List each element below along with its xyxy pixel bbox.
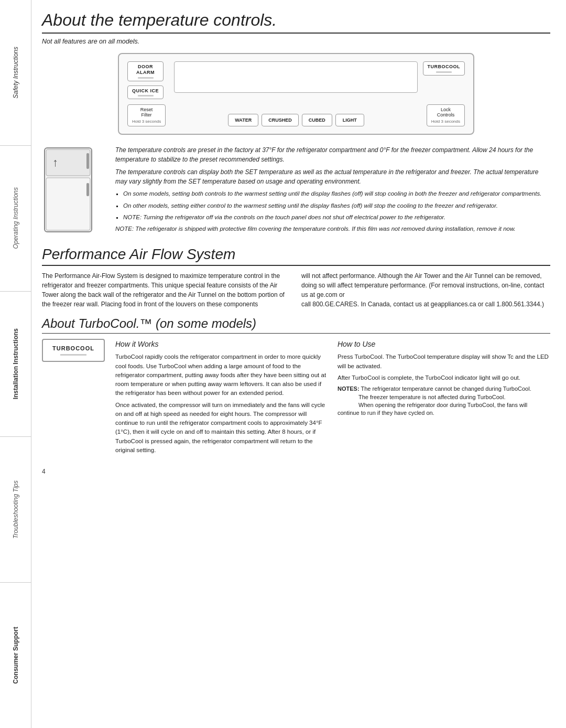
how-to-use-para2: After TurboCool is complete, the TurboCo… — [338, 373, 550, 382]
sidebar-label-troubleshooting: Troubleshooting Tips — [12, 480, 19, 539]
reset-filter-label: ResetFilter — [132, 107, 161, 117]
fridge-svg: ↑ — [42, 145, 100, 234]
control-panel-diagram: DoorAlarm Quick Ice TurboCool — [42, 53, 550, 135]
sidebar-item-consumer[interactable]: Consumer Support — [0, 583, 31, 728]
how-to-use-col: How to Use Press TurboCool. The TurboCoo… — [338, 339, 550, 457]
turbocool-indicator — [436, 71, 452, 73]
main-content: About the temperature controls. Not all … — [31, 0, 566, 728]
lock-controls-btn[interactable]: LockControls Hold 3 seconds — [427, 104, 465, 126]
body-section: ↑ The temperature controls are preset in… — [42, 145, 550, 237]
temp-text-content: The temperature controls are preset in t… — [115, 145, 550, 237]
sidebar-label-installation: Installation Instructions — [12, 328, 19, 399]
fridge-image-wrap: ↑ — [42, 145, 105, 237]
how-it-works-para2: Once activated, the compressor will turn… — [115, 401, 328, 455]
lock-controls-label: LockControls — [431, 107, 460, 117]
how-to-use-para1: Press TurboCool. The TurboCool temperatu… — [338, 352, 550, 371]
sidebar-label-operating: Operating Instructions — [12, 187, 19, 249]
turbocool-box: TurboCool — [42, 339, 105, 362]
svg-rect-4 — [86, 183, 89, 196]
panel-left-col: DoorAlarm Quick Ice — [127, 61, 164, 99]
control-panel: DoorAlarm Quick Ice TurboCool — [118, 53, 474, 135]
sidebar-item-troubleshooting[interactable]: Troubleshooting Tips — [0, 437, 31, 583]
performance-col2: will not affect performance. Although th… — [301, 271, 550, 309]
turbocool-right: How it Works TurboCool rapidly cools the… — [115, 339, 550, 457]
turbocool-box-indicator — [60, 354, 86, 356]
turbocool-top-btn[interactable]: TurboCool — [423, 61, 465, 76]
page-subtitle: Not all features are on all models. — [42, 38, 550, 45]
panel-display-area — [174, 61, 417, 93]
reset-filter-btn[interactable]: ResetFilter Hold 3 seconds — [127, 104, 166, 126]
door-alarm-btn[interactable]: DoorAlarm — [127, 61, 164, 81]
light-btn[interactable]: Light — [335, 114, 364, 126]
sidebar-label-consumer: Consumer Support — [12, 627, 19, 684]
how-to-use-title: How to Use — [338, 339, 550, 350]
turbocool-box-label: TurboCool — [52, 345, 94, 351]
temp-para1: The temperature controls are preset in t… — [115, 145, 550, 164]
quick-ice-indicator — [138, 95, 154, 97]
turbocool-notes: NOTES: The refrigerator temperature cann… — [338, 385, 550, 417]
door-alarm-indicator — [138, 77, 154, 79]
page-title: About the temperature controls. — [42, 10, 550, 34]
temp-bullet3: NOTE: Turning the refrigerator off via t… — [123, 213, 550, 222]
water-btn[interactable]: Water — [228, 114, 258, 126]
performance-col1: The Performance Air-Flow System is desig… — [42, 271, 291, 309]
note3: When opening the refrigerator door durin… — [338, 402, 527, 416]
temp-note-film: NOTE: The refrigerator is shipped with p… — [115, 224, 550, 233]
sidebar-label-safety: Safety Instructions — [12, 41, 19, 104]
svg-rect-3 — [86, 153, 89, 169]
temp-bullet1: On some models, setting both controls to… — [123, 189, 550, 198]
how-it-works-col: How it Works TurboCool rapidly cools the… — [115, 339, 328, 457]
turbocool-section: TurboCool How it Works TurboCool rapidly… — [42, 339, 550, 457]
temp-para2: The temperature controls can display bot… — [115, 167, 550, 186]
panel-bottom-row: ResetFilter Hold 3 seconds Water Crushed… — [127, 104, 465, 126]
door-alarm-label: DoorAlarm — [132, 64, 159, 76]
sidebar-item-installation[interactable]: Installation Instructions — [0, 292, 31, 437]
quick-ice-label: Quick Ice — [132, 88, 159, 94]
reset-filter-hold: Hold 3 seconds — [132, 119, 161, 124]
sidebar: Safety Instructions Operating Instructio… — [0, 0, 31, 728]
turbocool-left: TurboCool — [42, 339, 105, 457]
turbocool-title: About TurboCool.™ (on some models) — [42, 316, 550, 334]
quick-ice-btn[interactable]: Quick Ice — [127, 85, 164, 100]
how-it-works-para1: TurboCool rapidly cools the refrigerator… — [115, 352, 328, 398]
temp-bullet2: On other models, setting either control … — [123, 201, 550, 210]
lock-controls-hold: Hold 3 seconds — [431, 119, 460, 124]
panel-top-row: DoorAlarm Quick Ice TurboCool — [127, 61, 465, 99]
performance-two-col: The Performance Air-Flow System is desig… — [42, 271, 550, 309]
sidebar-item-safety[interactable]: Safety Instructions — [0, 0, 31, 146]
note1: The refrigerator temperature cannot be c… — [361, 386, 531, 392]
svg-rect-2 — [46, 178, 90, 230]
note2: The freezer temperature is not affected … — [358, 394, 505, 400]
turbocool-top-label: TurboCool — [428, 64, 461, 70]
how-it-works-title: How it Works — [115, 339, 328, 350]
notes-label: NOTES: — [338, 386, 360, 392]
svg-text:↑: ↑ — [52, 156, 58, 169]
temp-bullets: On some models, setting both controls to… — [123, 189, 550, 222]
cubed-btn[interactable]: Cubed — [302, 114, 332, 126]
sidebar-item-operating[interactable]: Operating Instructions — [0, 146, 31, 292]
crushed-btn[interactable]: Crushed — [262, 114, 299, 126]
mid-buttons: Water Crushed Cubed Light — [169, 114, 423, 126]
page-number: 4 — [42, 468, 550, 475]
performance-title: Performance Air Flow System — [42, 246, 550, 266]
